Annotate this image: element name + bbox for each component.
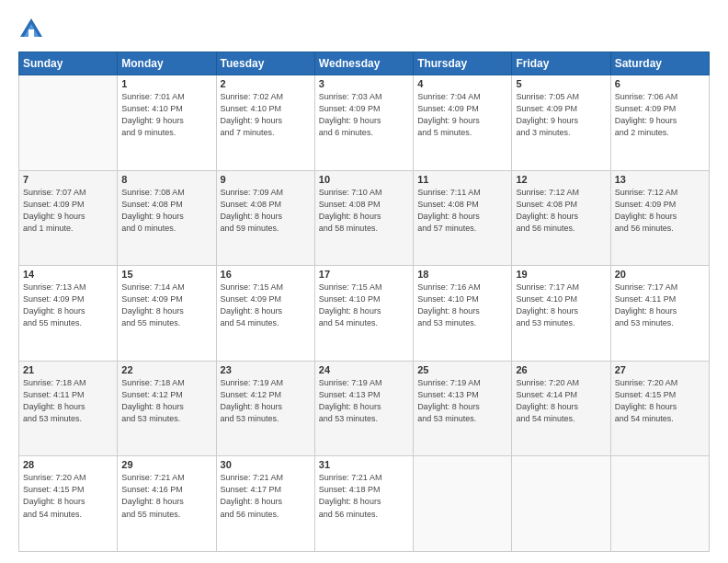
day-info: Sunrise: 7:20 AM Sunset: 4:15 PM Dayligh… [615, 377, 705, 425]
calendar-cell: 25Sunrise: 7:19 AM Sunset: 4:13 PM Dayli… [414, 361, 512, 456]
day-number: 12 [516, 174, 606, 185]
day-number: 27 [615, 364, 705, 375]
day-number: 30 [221, 459, 311, 470]
day-info: Sunrise: 7:20 AM Sunset: 4:14 PM Dayligh… [516, 377, 606, 425]
day-info: Sunrise: 7:08 AM Sunset: 4:08 PM Dayligh… [121, 187, 211, 235]
day-number: 16 [221, 269, 311, 280]
calendar-cell: 15Sunrise: 7:14 AM Sunset: 4:09 PM Dayli… [118, 266, 216, 362]
calendar-cell: 24Sunrise: 7:19 AM Sunset: 4:13 PM Dayli… [314, 361, 413, 456]
calendar-cell: 31Sunrise: 7:21 AM Sunset: 4:18 PM Dayli… [314, 456, 413, 552]
calendar-cell: 4Sunrise: 7:04 AM Sunset: 4:09 PM Daylig… [414, 75, 512, 171]
day-number: 10 [319, 174, 409, 185]
day-info: Sunrise: 7:03 AM Sunset: 4:09 PM Dayligh… [319, 91, 409, 139]
day-number: 23 [221, 364, 311, 375]
calendar-cell: 13Sunrise: 7:12 AM Sunset: 4:09 PM Dayli… [610, 170, 709, 266]
day-number: 11 [417, 174, 507, 185]
calendar-week-row: 14Sunrise: 7:13 AM Sunset: 4:09 PM Dayli… [19, 266, 710, 362]
day-info: Sunrise: 7:05 AM Sunset: 4:09 PM Dayligh… [516, 91, 606, 139]
day-info: Sunrise: 7:20 AM Sunset: 4:15 PM Dayligh… [23, 472, 113, 520]
day-info: Sunrise: 7:21 AM Sunset: 4:17 PM Dayligh… [221, 472, 311, 520]
calendar-cell: 26Sunrise: 7:20 AM Sunset: 4:14 PM Dayli… [512, 361, 610, 456]
calendar-cell: 5Sunrise: 7:05 AM Sunset: 4:09 PM Daylig… [512, 75, 610, 171]
calendar-cell: 3Sunrise: 7:03 AM Sunset: 4:09 PM Daylig… [314, 75, 413, 171]
calendar-week-row: 21Sunrise: 7:18 AM Sunset: 4:11 PM Dayli… [19, 361, 710, 456]
day-number: 9 [221, 174, 311, 185]
calendar-cell [19, 75, 118, 171]
day-number: 21 [23, 364, 113, 375]
page: SundayMondayTuesdayWednesdayThursdayFrid… [0, 0, 728, 563]
calendar-cell: 14Sunrise: 7:13 AM Sunset: 4:09 PM Dayli… [19, 266, 118, 362]
logo-icon [18, 17, 44, 42]
day-info: Sunrise: 7:19 AM Sunset: 4:12 PM Dayligh… [221, 377, 311, 425]
day-number: 3 [319, 78, 409, 89]
day-info: Sunrise: 7:19 AM Sunset: 4:13 PM Dayligh… [319, 377, 409, 425]
calendar-cell: 8Sunrise: 7:08 AM Sunset: 4:08 PM Daylig… [118, 170, 216, 266]
day-info: Sunrise: 7:16 AM Sunset: 4:10 PM Dayligh… [417, 282, 507, 329]
day-number: 8 [121, 174, 211, 185]
day-info: Sunrise: 7:02 AM Sunset: 4:10 PM Dayligh… [221, 91, 311, 139]
calendar-cell: 7Sunrise: 7:07 AM Sunset: 4:09 PM Daylig… [19, 170, 118, 266]
day-number: 31 [319, 459, 409, 470]
day-info: Sunrise: 7:10 AM Sunset: 4:08 PM Dayligh… [319, 187, 409, 235]
day-number: 20 [615, 269, 705, 280]
day-info: Sunrise: 7:18 AM Sunset: 4:12 PM Dayligh… [121, 377, 211, 425]
day-info: Sunrise: 7:21 AM Sunset: 4:18 PM Dayligh… [319, 472, 409, 520]
day-info: Sunrise: 7:09 AM Sunset: 4:08 PM Dayligh… [221, 187, 311, 235]
calendar-cell: 17Sunrise: 7:15 AM Sunset: 4:10 PM Dayli… [314, 266, 413, 362]
day-number: 7 [23, 174, 113, 185]
weekday-header-wednesday: Wednesday [314, 52, 413, 75]
weekday-header-saturday: Saturday [610, 52, 709, 75]
calendar-cell: 9Sunrise: 7:09 AM Sunset: 4:08 PM Daylig… [216, 170, 314, 266]
calendar-cell: 2Sunrise: 7:02 AM Sunset: 4:10 PM Daylig… [216, 75, 314, 171]
calendar-cell: 16Sunrise: 7:15 AM Sunset: 4:09 PM Dayli… [216, 266, 314, 362]
day-info: Sunrise: 7:17 AM Sunset: 4:11 PM Dayligh… [615, 282, 705, 329]
weekday-header-sunday: Sunday [19, 52, 118, 75]
svg-rect-2 [28, 29, 34, 37]
weekday-header-thursday: Thursday [414, 52, 512, 75]
day-number: 5 [516, 78, 606, 89]
day-number: 24 [319, 364, 409, 375]
header [18, 17, 710, 42]
calendar-cell: 6Sunrise: 7:06 AM Sunset: 4:09 PM Daylig… [610, 75, 709, 171]
day-number: 2 [221, 78, 311, 89]
day-info: Sunrise: 7:19 AM Sunset: 4:13 PM Dayligh… [417, 377, 507, 425]
calendar-cell: 22Sunrise: 7:18 AM Sunset: 4:12 PM Dayli… [118, 361, 216, 456]
day-info: Sunrise: 7:04 AM Sunset: 4:09 PM Dayligh… [417, 91, 507, 139]
calendar-week-row: 1Sunrise: 7:01 AM Sunset: 4:10 PM Daylig… [19, 75, 710, 171]
day-number: 25 [417, 364, 507, 375]
day-info: Sunrise: 7:18 AM Sunset: 4:11 PM Dayligh… [23, 377, 113, 425]
day-info: Sunrise: 7:01 AM Sunset: 4:10 PM Dayligh… [121, 91, 211, 139]
calendar-cell: 18Sunrise: 7:16 AM Sunset: 4:10 PM Dayli… [414, 266, 512, 362]
calendar-cell: 11Sunrise: 7:11 AM Sunset: 4:08 PM Dayli… [414, 170, 512, 266]
day-number: 14 [23, 269, 113, 280]
day-info: Sunrise: 7:15 AM Sunset: 4:09 PM Dayligh… [221, 282, 311, 329]
calendar-cell [512, 456, 610, 552]
calendar-cell: 23Sunrise: 7:19 AM Sunset: 4:12 PM Dayli… [216, 361, 314, 456]
calendar-table: SundayMondayTuesdayWednesdayThursdayFrid… [18, 52, 710, 552]
day-number: 13 [615, 174, 705, 185]
weekday-header-friday: Friday [512, 52, 610, 75]
calendar-cell [610, 456, 709, 552]
weekday-header-tuesday: Tuesday [216, 52, 314, 75]
day-info: Sunrise: 7:14 AM Sunset: 4:09 PM Dayligh… [121, 282, 211, 329]
day-number: 15 [121, 269, 211, 280]
day-info: Sunrise: 7:15 AM Sunset: 4:10 PM Dayligh… [319, 282, 409, 329]
logo [18, 17, 48, 42]
day-info: Sunrise: 7:12 AM Sunset: 4:08 PM Dayligh… [516, 187, 606, 235]
calendar-cell: 12Sunrise: 7:12 AM Sunset: 4:08 PM Dayli… [512, 170, 610, 266]
calendar-cell: 30Sunrise: 7:21 AM Sunset: 4:17 PM Dayli… [216, 456, 314, 552]
calendar-cell: 19Sunrise: 7:17 AM Sunset: 4:10 PM Dayli… [512, 266, 610, 362]
calendar-cell: 27Sunrise: 7:20 AM Sunset: 4:15 PM Dayli… [610, 361, 709, 456]
day-info: Sunrise: 7:21 AM Sunset: 4:16 PM Dayligh… [121, 472, 211, 520]
day-info: Sunrise: 7:13 AM Sunset: 4:09 PM Dayligh… [23, 282, 113, 329]
calendar-cell: 29Sunrise: 7:21 AM Sunset: 4:16 PM Dayli… [118, 456, 216, 552]
day-number: 19 [516, 269, 606, 280]
day-info: Sunrise: 7:17 AM Sunset: 4:10 PM Dayligh… [516, 282, 606, 329]
day-info: Sunrise: 7:06 AM Sunset: 4:09 PM Dayligh… [615, 91, 705, 139]
calendar-cell: 20Sunrise: 7:17 AM Sunset: 4:11 PM Dayli… [610, 266, 709, 362]
day-number: 28 [23, 459, 113, 470]
day-number: 1 [121, 78, 211, 89]
day-info: Sunrise: 7:07 AM Sunset: 4:09 PM Dayligh… [23, 187, 113, 235]
day-number: 22 [121, 364, 211, 375]
calendar-week-row: 7Sunrise: 7:07 AM Sunset: 4:09 PM Daylig… [19, 170, 710, 266]
